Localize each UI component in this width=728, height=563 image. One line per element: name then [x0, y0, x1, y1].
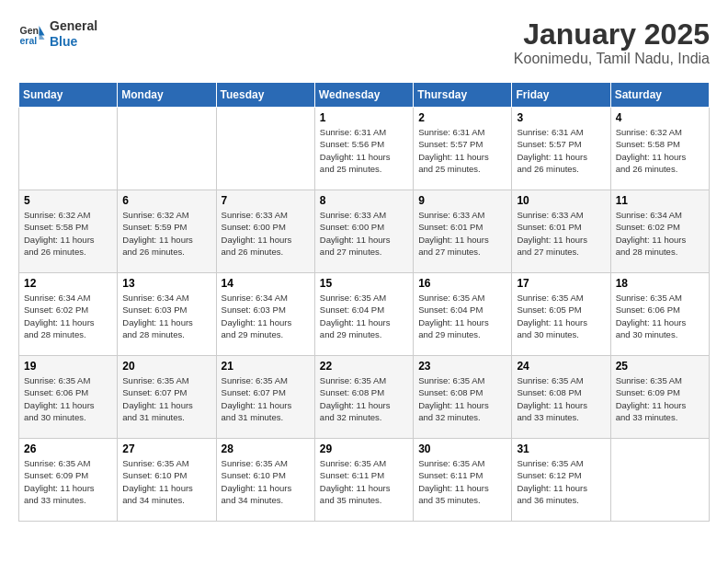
day-number: 21 — [222, 360, 310, 373]
day-info: Sunrise: 6:35 AM Sunset: 6:06 PM Dayligh… — [616, 292, 704, 340]
calendar-cell: 25Sunrise: 6:35 AM Sunset: 6:09 PM Dayli… — [610, 356, 709, 439]
svg-text:eral: eral — [20, 34, 38, 45]
day-info: Sunrise: 6:33 AM Sunset: 6:00 PM Dayligh… — [222, 209, 310, 258]
day-number: 18 — [616, 277, 704, 290]
logo: Gen eral General Blue — [18, 18, 97, 50]
calendar-cell: 15Sunrise: 6:35 AM Sunset: 6:04 PM Dayli… — [314, 273, 413, 356]
day-number: 5 — [24, 194, 112, 207]
day-number: 14 — [222, 277, 310, 290]
calendar-cell — [216, 108, 314, 190]
day-number: 4 — [616, 111, 704, 124]
calendar-cell: 8Sunrise: 6:33 AM Sunset: 6:00 PM Daylig… — [314, 190, 413, 273]
calendar-cell: 21Sunrise: 6:35 AM Sunset: 6:07 PM Dayli… — [216, 356, 314, 439]
day-info: Sunrise: 6:35 AM Sunset: 6:09 PM Dayligh… — [24, 457, 112, 506]
day-number: 16 — [418, 277, 506, 290]
day-info: Sunrise: 6:35 AM Sunset: 6:08 PM Dayligh… — [517, 374, 605, 423]
weekday-header-tuesday: Tuesday — [216, 83, 314, 108]
calendar-cell: 13Sunrise: 6:34 AM Sunset: 6:03 PM Dayli… — [118, 273, 216, 356]
calendar-week-4: 19Sunrise: 6:35 AM Sunset: 6:06 PM Dayli… — [19, 356, 710, 439]
calendar-cell: 20Sunrise: 6:35 AM Sunset: 6:07 PM Dayli… — [118, 356, 216, 439]
logo-icon: Gen eral — [18, 20, 46, 48]
day-number: 26 — [24, 442, 112, 455]
day-info: Sunrise: 6:35 AM Sunset: 6:05 PM Dayligh… — [517, 292, 605, 340]
day-info: Sunrise: 6:35 AM Sunset: 6:06 PM Dayligh… — [24, 374, 112, 423]
calendar-cell: 3Sunrise: 6:31 AM Sunset: 5:57 PM Daylig… — [512, 108, 610, 190]
day-info: Sunrise: 6:35 AM Sunset: 6:07 PM Dayligh… — [122, 374, 210, 423]
day-number: 7 — [222, 194, 310, 207]
weekday-header-monday: Monday — [118, 83, 216, 108]
day-number: 10 — [517, 194, 605, 207]
calendar-week-5: 26Sunrise: 6:35 AM Sunset: 6:09 PM Dayli… — [19, 439, 710, 522]
calendar-cell: 18Sunrise: 6:35 AM Sunset: 6:06 PM Dayli… — [610, 273, 709, 356]
calendar-cell: 9Sunrise: 6:33 AM Sunset: 6:01 PM Daylig… — [414, 190, 512, 273]
day-number: 28 — [222, 442, 310, 455]
logo-blue: Blue — [50, 34, 97, 50]
calendar-cell: 5Sunrise: 6:32 AM Sunset: 5:58 PM Daylig… — [19, 190, 118, 273]
day-number: 3 — [517, 111, 605, 124]
day-info: Sunrise: 6:33 AM Sunset: 6:01 PM Dayligh… — [418, 209, 506, 258]
location-title: Koonimedu, Tamil Nadu, India — [514, 51, 710, 67]
day-number: 27 — [122, 442, 210, 455]
day-number: 9 — [418, 194, 506, 207]
day-number: 17 — [517, 277, 605, 290]
calendar-week-3: 12Sunrise: 6:34 AM Sunset: 6:02 PM Dayli… — [19, 273, 710, 356]
calendar-cell: 23Sunrise: 6:35 AM Sunset: 6:08 PM Dayli… — [414, 356, 512, 439]
logo-general: General — [50, 18, 97, 34]
month-title: January 2025 — [514, 18, 710, 51]
day-info: Sunrise: 6:34 AM Sunset: 6:02 PM Dayligh… — [24, 292, 112, 340]
day-number: 6 — [122, 194, 210, 207]
day-info: Sunrise: 6:32 AM Sunset: 5:59 PM Dayligh… — [122, 209, 210, 258]
logo-text: General Blue — [50, 18, 97, 50]
day-number: 12 — [24, 277, 112, 290]
calendar-cell: 2Sunrise: 6:31 AM Sunset: 5:57 PM Daylig… — [414, 108, 512, 190]
day-info: Sunrise: 6:33 AM Sunset: 6:01 PM Dayligh… — [517, 209, 605, 258]
calendar-cell: 4Sunrise: 6:32 AM Sunset: 5:58 PM Daylig… — [610, 108, 709, 190]
day-info: Sunrise: 6:35 AM Sunset: 6:09 PM Dayligh… — [616, 374, 704, 423]
day-info: Sunrise: 6:35 AM Sunset: 6:04 PM Dayligh… — [320, 292, 408, 340]
day-info: Sunrise: 6:35 AM Sunset: 6:08 PM Dayligh… — [320, 374, 408, 423]
calendar-cell: 12Sunrise: 6:34 AM Sunset: 6:02 PM Dayli… — [19, 273, 118, 356]
day-info: Sunrise: 6:33 AM Sunset: 6:00 PM Dayligh… — [320, 209, 408, 258]
day-number: 8 — [320, 194, 408, 207]
day-info: Sunrise: 6:31 AM Sunset: 5:56 PM Dayligh… — [320, 126, 408, 175]
day-info: Sunrise: 6:32 AM Sunset: 5:58 PM Dayligh… — [24, 209, 112, 258]
day-info: Sunrise: 6:35 AM Sunset: 6:11 PM Dayligh… — [320, 457, 408, 506]
day-info: Sunrise: 6:35 AM Sunset: 6:08 PM Dayligh… — [418, 374, 506, 423]
day-number: 19 — [24, 360, 112, 373]
day-number: 1 — [320, 111, 408, 124]
day-info: Sunrise: 6:35 AM Sunset: 6:10 PM Dayligh… — [122, 457, 210, 506]
calendar-cell — [19, 108, 118, 190]
day-info: Sunrise: 6:34 AM Sunset: 6:02 PM Dayligh… — [616, 209, 704, 258]
calendar-cell: 29Sunrise: 6:35 AM Sunset: 6:11 PM Dayli… — [314, 439, 413, 522]
day-number: 13 — [122, 277, 210, 290]
day-info: Sunrise: 6:35 AM Sunset: 6:10 PM Dayligh… — [222, 457, 310, 506]
day-info: Sunrise: 6:35 AM Sunset: 6:11 PM Dayligh… — [418, 457, 506, 506]
day-number: 2 — [418, 111, 506, 124]
calendar-cell: 10Sunrise: 6:33 AM Sunset: 6:01 PM Dayli… — [512, 190, 610, 273]
page-header: Gen eral General Blue January 2025 Kooni… — [18, 18, 710, 67]
day-number: 11 — [616, 194, 704, 207]
day-info: Sunrise: 6:31 AM Sunset: 5:57 PM Dayligh… — [418, 126, 506, 175]
calendar-week-2: 5Sunrise: 6:32 AM Sunset: 5:58 PM Daylig… — [19, 190, 710, 273]
weekday-header-friday: Friday — [512, 83, 610, 108]
calendar-cell: 22Sunrise: 6:35 AM Sunset: 6:08 PM Dayli… — [314, 356, 413, 439]
day-info: Sunrise: 6:35 AM Sunset: 6:12 PM Dayligh… — [517, 457, 605, 506]
day-number: 15 — [320, 277, 408, 290]
day-number: 23 — [418, 360, 506, 373]
calendar-cell: 28Sunrise: 6:35 AM Sunset: 6:10 PM Dayli… — [216, 439, 314, 522]
day-number: 24 — [517, 360, 605, 373]
calendar-cell: 26Sunrise: 6:35 AM Sunset: 6:09 PM Dayli… — [19, 439, 118, 522]
day-info: Sunrise: 6:35 AM Sunset: 6:04 PM Dayligh… — [418, 292, 506, 340]
day-info: Sunrise: 6:32 AM Sunset: 5:58 PM Dayligh… — [616, 126, 704, 175]
day-number: 30 — [418, 442, 506, 455]
calendar-cell: 17Sunrise: 6:35 AM Sunset: 6:05 PM Dayli… — [512, 273, 610, 356]
weekday-header-sunday: Sunday — [19, 83, 118, 108]
calendar-cell: 11Sunrise: 6:34 AM Sunset: 6:02 PM Dayli… — [610, 190, 709, 273]
calendar-cell: 19Sunrise: 6:35 AM Sunset: 6:06 PM Dayli… — [19, 356, 118, 439]
calendar-cell: 6Sunrise: 6:32 AM Sunset: 5:59 PM Daylig… — [118, 190, 216, 273]
calendar-cell: 16Sunrise: 6:35 AM Sunset: 6:04 PM Dayli… — [414, 273, 512, 356]
calendar-cell — [118, 108, 216, 190]
calendar-cell: 24Sunrise: 6:35 AM Sunset: 6:08 PM Dayli… — [512, 356, 610, 439]
calendar-cell: 27Sunrise: 6:35 AM Sunset: 6:10 PM Dayli… — [118, 439, 216, 522]
calendar-cell: 14Sunrise: 6:34 AM Sunset: 6:03 PM Dayli… — [216, 273, 314, 356]
